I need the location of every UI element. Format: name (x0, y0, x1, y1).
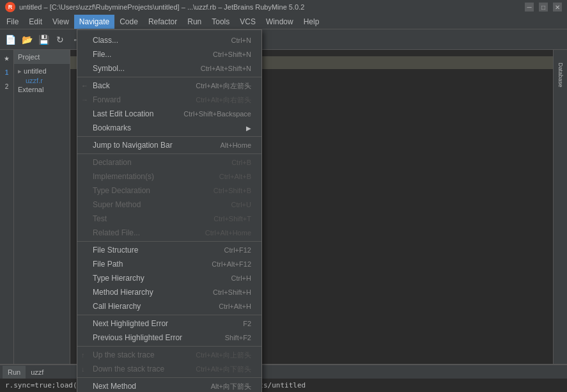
menu-super-method[interactable]: Super Method Ctrl+U (77, 198, 261, 212)
down-arrow-icon: ↓ (81, 365, 85, 373)
menu-down-stack[interactable]: ↓ Down the stack trace Ctrl+Alt+向下箭头 (77, 362, 261, 376)
menu-type-hierarchy[interactable]: Type Hierarchy Ctrl+H (77, 271, 261, 285)
menu-call-hierarchy[interactable]: Call Hierarchy Ctrl+Alt+H (77, 299, 261, 313)
app-logo: R (5, 2, 15, 12)
menu-section-stacktrace: ↑ Up the stack trace Ctrl+Alt+向上箭头 ↓ Dow… (77, 347, 261, 378)
menu-test[interactable]: Test Ctrl+Shift+T (77, 212, 261, 226)
menu-next-error[interactable]: Next Highlighted Error F2 (77, 317, 261, 331)
project-panel: Project ▸ untitled uzzf.r External (14, 50, 70, 364)
forward-arrow-icon: → (81, 96, 88, 104)
project-item[interactable]: ▸ untitled (17, 67, 67, 76)
toolbar-new[interactable]: 📄 (3, 32, 18, 47)
project-external[interactable]: External (17, 85, 67, 94)
menu-symbol[interactable]: Symbol... Ctrl+Alt+Shift+N (77, 61, 261, 75)
menu-file[interactable]: File (1, 15, 24, 29)
menu-navigate[interactable]: Navigate (74, 15, 114, 29)
menu-bookmarks[interactable]: Bookmarks ▶ (77, 121, 261, 135)
menu-section-nav: ← Back Ctrl+Alt+向左箭头 → Forward Ctrl+Alt+… (77, 77, 261, 137)
navigate-menu: Class... Ctrl+N File... Ctrl+Shift+N Sym… (77, 29, 262, 392)
maximize-button[interactable]: □ (539, 3, 548, 12)
title-text: untitled – [C:\Users\uzzf\RubymineProjec… (19, 3, 304, 11)
menu-edit[interactable]: Edit (24, 15, 47, 29)
left-sidebar: ★ 1 2 (0, 50, 14, 364)
menu-view[interactable]: View (47, 15, 74, 29)
toolbar-save[interactable]: 💾 (36, 32, 51, 47)
menu-class[interactable]: Class... Ctrl+N (77, 33, 261, 47)
project-icon[interactable]: 1 (1, 67, 13, 78)
menu-file-search[interactable]: File... Ctrl+Shift+N (77, 47, 261, 61)
right-sidebar: Database (553, 50, 567, 364)
navigate-dropdown: Class... Ctrl+N File... Ctrl+Shift+N Sym… (77, 29, 262, 392)
submenu-arrow-icon: ▶ (246, 125, 251, 132)
window-controls: ─ □ ✕ (525, 3, 562, 12)
menu-implementations[interactable]: Implementation(s) Ctrl+Alt+B (77, 169, 261, 184)
database-tab[interactable]: Database (554, 50, 567, 100)
menu-last-edit[interactable]: Last Edit Location Ctrl+Shift+Backspace (77, 107, 261, 121)
menu-back[interactable]: ← Back Ctrl+Alt+向左箭头 (77, 79, 261, 93)
menu-file-path[interactable]: File Path Ctrl+Alt+F12 (77, 257, 261, 271)
menu-refactor[interactable]: Refactor (143, 15, 182, 29)
menu-section-hierarchy: File Structure Ctrl+F12 File Path Ctrl+A… (77, 242, 261, 315)
menu-section-methods: Next Method Alt+向下箭头 Previous Method Alt… (77, 378, 261, 392)
menu-type-declaration[interactable]: Type Declaration Ctrl+Shift+B (77, 184, 261, 198)
menu-method-hierarchy[interactable]: Method Hierarchy Ctrl+Shift+H (77, 285, 261, 299)
toolbar-sync[interactable]: ↻ (52, 32, 68, 47)
project-panel-header: Project (14, 50, 70, 64)
tab-run[interactable]: Run (3, 366, 26, 379)
menu-up-stack[interactable]: ↑ Up the stack trace Ctrl+Alt+向上箭头 (77, 348, 261, 362)
menu-help[interactable]: Help (299, 15, 325, 29)
menu-section-jump: Jump to Navigation Bar Alt+Home (77, 137, 261, 154)
menu-bar: File Edit View Navigate Code Refactor Ru… (0, 14, 567, 29)
menu-code[interactable]: Code (114, 15, 143, 29)
menu-file-structure[interactable]: File Structure Ctrl+F12 (77, 243, 261, 257)
menu-section-search: Class... Ctrl+N File... Ctrl+Shift+N Sym… (77, 32, 261, 77)
minimize-button[interactable]: ─ (525, 3, 534, 12)
menu-forward[interactable]: → Forward Ctrl+Alt+向右箭头 (77, 93, 261, 107)
project-file[interactable]: uzzf.r (17, 76, 67, 85)
toolbar-open[interactable]: 📂 (19, 32, 35, 47)
menu-section-errors: Next Highlighted Error F2 Previous Highl… (77, 315, 261, 347)
close-button[interactable]: ✕ (553, 3, 562, 12)
menu-declaration[interactable]: Declaration Ctrl+B (77, 155, 261, 169)
structure-icon[interactable]: 2 (1, 81, 13, 92)
menu-jump-nav-bar[interactable]: Jump to Navigation Bar Alt+Home (77, 138, 261, 152)
menu-related-file[interactable]: Related File... Ctrl+Alt+Home (77, 226, 261, 240)
favorites-icon[interactable]: ★ (1, 52, 13, 64)
menu-tools[interactable]: Tools (206, 15, 235, 29)
title-bar: R untitled – [C:\Users\uzzf\RubymineProj… (0, 0, 567, 14)
up-arrow-icon: ↑ (81, 351, 85, 359)
back-arrow-icon: ← (81, 82, 88, 90)
menu-vcs[interactable]: VCS (235, 15, 261, 29)
menu-next-method[interactable]: Next Method Alt+向下箭头 (77, 379, 261, 392)
menu-run[interactable]: Run (182, 15, 206, 29)
tab-uzzf[interactable]: uzzf (26, 366, 49, 379)
menu-prev-error[interactable]: Previous Highlighted Error Shift+F2 (77, 331, 261, 345)
menu-window[interactable]: Window (261, 15, 299, 29)
menu-section-declarations: Declaration Ctrl+B Implementation(s) Ctr… (77, 154, 261, 242)
